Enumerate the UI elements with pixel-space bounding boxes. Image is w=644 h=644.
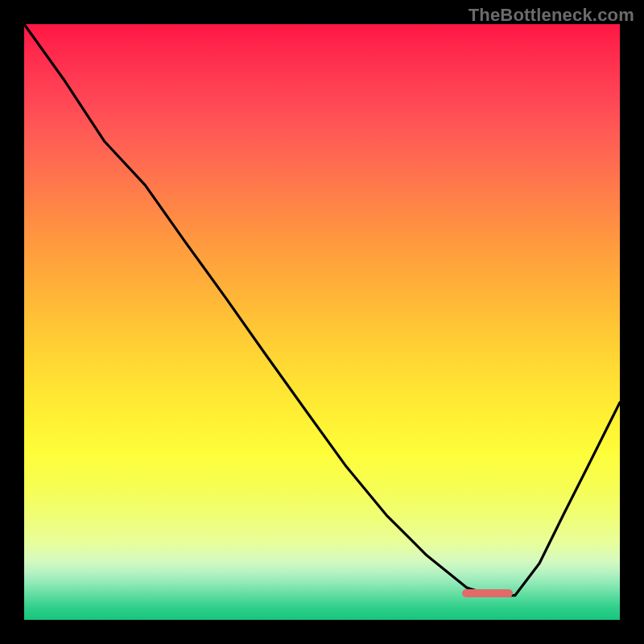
bottleneck-curve bbox=[24, 24, 620, 620]
chart-plot-area bbox=[24, 24, 620, 620]
watermark-text: TheBottleneck.com bbox=[469, 5, 634, 26]
optimal-range-marker bbox=[462, 589, 513, 597]
